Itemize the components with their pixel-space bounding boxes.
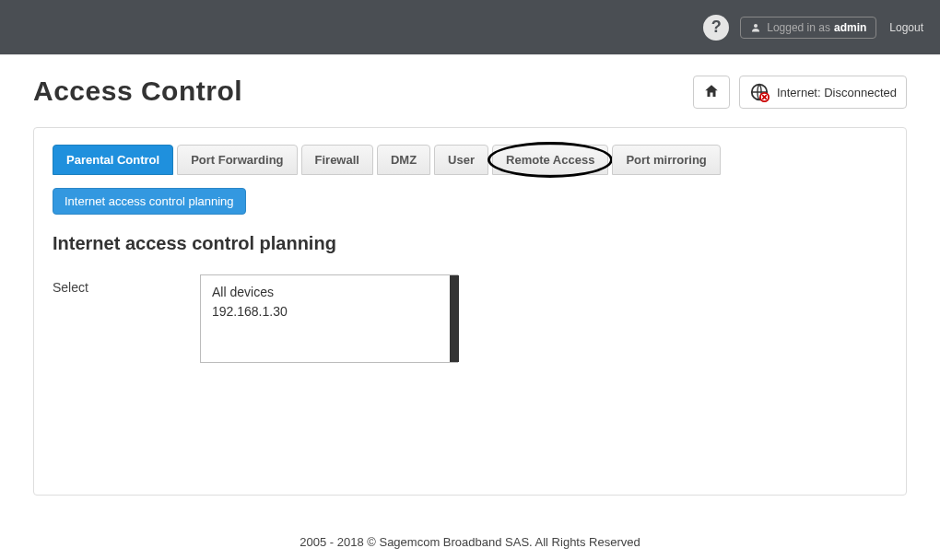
list-item[interactable]: 192.168.1.30	[212, 302, 446, 321]
user-icon	[750, 22, 761, 33]
login-badge[interactable]: Logged in as admin	[740, 17, 876, 39]
internet-status-box[interactable]: Internet: Disconnected	[739, 76, 907, 109]
select-label: Select	[53, 274, 200, 295]
tab-port-forwarding[interactable]: Port Forwarding	[177, 145, 297, 175]
tab-user[interactable]: User	[434, 145, 488, 175]
help-icon[interactable]: ?	[703, 15, 729, 41]
home-button[interactable]	[693, 76, 730, 109]
tab-firewall[interactable]: Firewall	[301, 145, 373, 175]
tab-dmz[interactable]: DMZ	[377, 145, 430, 175]
topbar: ? Logged in as admin Logout	[0, 0, 940, 55]
logged-in-text: Logged in as	[767, 21, 830, 34]
globe-disconnected-icon	[749, 82, 770, 102]
tabs-row: Parental Control Port Forwarding Firewal…	[53, 145, 887, 175]
home-icon	[703, 83, 720, 102]
tab-parental-control[interactable]: Parental Control	[53, 145, 173, 175]
logout-link[interactable]: Logout	[889, 21, 923, 34]
page-title: Access Control	[33, 76, 242, 107]
tab-remote-access[interactable]: Remote Access	[492, 145, 608, 175]
tab-port-mirroring[interactable]: Port mirroring	[612, 145, 720, 175]
username-text: admin	[834, 21, 866, 34]
svg-point-0	[754, 24, 758, 28]
scrollbar[interactable]	[450, 275, 459, 362]
subtab-internet-access-control-planning[interactable]: Internet access control planning	[53, 188, 246, 215]
list-item[interactable]: All devices	[212, 283, 446, 302]
device-select[interactable]: All devices 192.168.1.30	[200, 274, 458, 363]
internet-label: Internet:	[777, 86, 821, 99]
internet-status-text: Disconnected	[824, 86, 897, 99]
footer-text: 2005 - 2018 © Sagemcom Broadband SAS. Al…	[0, 535, 940, 549]
main-panel: Parental Control Port Forwarding Firewal…	[33, 127, 907, 496]
section-title: Internet access control planning	[53, 233, 887, 254]
